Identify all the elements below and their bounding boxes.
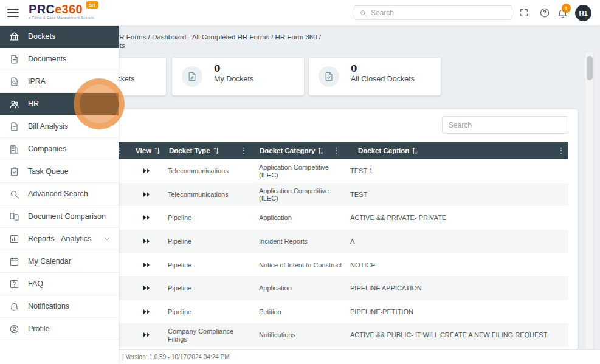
sidebar-item-notifications[interactable]: Notifications bbox=[0, 295, 119, 318]
help-icon bbox=[539, 7, 550, 18]
docket-type-cell: Pipeline bbox=[168, 308, 254, 316]
help-button[interactable] bbox=[539, 7, 550, 18]
view-docket-button[interactable] bbox=[139, 212, 154, 223]
vertical-scrollbar[interactable] bbox=[585, 52, 594, 349]
notification-count-badge: 1 bbox=[562, 4, 571, 13]
docket-caption-cell: PIPELINE-PETITION bbox=[350, 308, 567, 316]
sidebar-item-reports-analytics[interactable]: Reports - Analytics bbox=[0, 228, 119, 250]
view-docket-button[interactable] bbox=[139, 259, 154, 270]
global-search[interactable] bbox=[354, 5, 512, 20]
docket-type-cell: Telecommunications bbox=[168, 167, 254, 175]
card-all-closed-dockets[interactable]: 0 All Closed Dockets bbox=[309, 58, 441, 95]
docket-category-cell: Application bbox=[259, 284, 345, 292]
sidebar-item-label: Notifications bbox=[28, 302, 69, 311]
column-header-view[interactable]: View bbox=[136, 142, 160, 159]
ipra-icon bbox=[9, 77, 19, 87]
sidebar-item-label: Profile bbox=[28, 325, 49, 333]
fullscreen-button[interactable] bbox=[519, 8, 529, 18]
docket-category-cell: Notice of Intent to Construct bbox=[259, 261, 345, 269]
column-header-docket-type[interactable]: Docket Type bbox=[169, 142, 219, 159]
docket-caption-cell: NOTICE bbox=[350, 261, 567, 269]
fast-forward-icon bbox=[143, 238, 150, 244]
sidebar-item-advanced-search[interactable]: Advanced Search bbox=[0, 183, 119, 205]
sidebar-item-dockets[interactable]: Dockets bbox=[0, 26, 119, 48]
docket-caption-cell: A bbox=[350, 238, 567, 246]
view-docket-button[interactable] bbox=[139, 236, 154, 247]
sidebar-item-hr[interactable]: HR bbox=[0, 93, 119, 115]
sidebar-item-label: My Calendar bbox=[28, 257, 71, 266]
my-dockets-icon bbox=[182, 66, 202, 87]
fast-forward-icon bbox=[143, 191, 150, 197]
sort-icon bbox=[412, 147, 418, 154]
task-queue-icon bbox=[9, 167, 19, 177]
user-avatar[interactable]: H1 bbox=[575, 5, 591, 21]
column-header-docket-category[interactable]: Docket Category bbox=[260, 142, 323, 159]
table-search[interactable] bbox=[442, 116, 568, 134]
chevron-down-icon bbox=[103, 235, 111, 243]
docket-type-cell: Telecommunications bbox=[168, 191, 254, 199]
sort-icon bbox=[154, 147, 160, 154]
sidebar-item-label: Reports - Analytics bbox=[28, 235, 91, 243]
card-label: My Dockets bbox=[214, 75, 253, 83]
docket-caption-cell: PIPELINE APPICATION bbox=[350, 284, 567, 292]
sidebar-item-documents[interactable]: Documents bbox=[0, 48, 119, 70]
view-docket-button[interactable] bbox=[139, 283, 154, 294]
table-search-input[interactable] bbox=[449, 121, 562, 129]
column-label: Docket Type bbox=[169, 147, 210, 154]
sidebar-item-bill-analysis[interactable]: Bill Analysis bbox=[0, 115, 119, 138]
docket-type-cell: Pipeline bbox=[168, 284, 254, 292]
column-label: Docket Caption bbox=[358, 147, 409, 154]
notifications-icon bbox=[9, 301, 19, 312]
sidebar-item-companies[interactable]: Companies bbox=[0, 138, 119, 160]
profile-icon bbox=[9, 324, 19, 334]
docket-category-cell: Incident Reports bbox=[259, 238, 345, 246]
sort-icon bbox=[318, 147, 323, 154]
fast-forward-icon bbox=[143, 215, 150, 221]
dockets-icon bbox=[9, 32, 19, 42]
docket-caption-cell: TEST 1 bbox=[350, 167, 567, 175]
global-search-input[interactable] bbox=[371, 9, 507, 17]
docket-category-cell: Notifications bbox=[259, 331, 345, 339]
sidebar-item-my-calendar[interactable]: My Calendar bbox=[0, 250, 119, 273]
faq-icon bbox=[9, 279, 19, 289]
sidebar-item-faq[interactable]: FAQ bbox=[0, 273, 119, 295]
app-logo[interactable]: PRCe360 e-Filing & Case Management Syste… bbox=[29, 2, 94, 19]
column-menu-icon[interactable]: ⋮ bbox=[333, 142, 339, 159]
column-header-docket-caption[interactable]: Docket Caption bbox=[358, 142, 418, 159]
sort-icon bbox=[213, 147, 219, 154]
scrollbar-thumb[interactable] bbox=[587, 56, 593, 80]
column-menu-icon[interactable]: ⋮ bbox=[241, 142, 247, 159]
card-label: All Closed Dockets bbox=[351, 75, 415, 83]
docket-type-cell: Pipeline bbox=[168, 261, 254, 269]
docket-category-cell: Application Competitive (ILEC) bbox=[259, 163, 345, 179]
sidebar-item-label: HR bbox=[28, 100, 39, 108]
column-menu-icon[interactable]: ⋮ bbox=[558, 142, 564, 159]
fast-forward-icon bbox=[143, 285, 150, 291]
sidebar-item-label: IPRA bbox=[28, 77, 46, 86]
fast-forward-icon bbox=[143, 332, 150, 338]
view-docket-button[interactable] bbox=[139, 329, 154, 340]
sidebar-item-label: Documents bbox=[28, 55, 66, 63]
sidebar-item-profile[interactable]: Profile bbox=[0, 318, 119, 340]
view-docket-button[interactable] bbox=[139, 189, 154, 200]
sidebar-item-label: FAQ bbox=[28, 280, 43, 288]
column-label: View bbox=[136, 147, 151, 154]
sidebar-item-label: Companies bbox=[28, 145, 66, 153]
sidebar-item-task-queue[interactable]: Task Queue bbox=[0, 160, 119, 183]
brand-tagline: e-Filing & Case Management System bbox=[29, 16, 94, 19]
card-my-dockets[interactable]: 0 My Dockets bbox=[172, 58, 304, 95]
sidebar-item-document-comparison[interactable]: Document Comparison bbox=[0, 205, 119, 228]
environment-badge: SIT bbox=[86, 1, 98, 9]
fast-forward-icon bbox=[143, 262, 150, 268]
document-comparison-icon bbox=[9, 211, 19, 222]
view-docket-button[interactable] bbox=[139, 306, 154, 317]
menu-toggle-button[interactable] bbox=[7, 9, 19, 17]
breadcrumb[interactable]: HR Forms / Dashboard - All Completed HR … bbox=[114, 33, 321, 41]
sidebar-item-ipra[interactable]: IPRA bbox=[0, 70, 119, 93]
sidebar-item-label: Dockets bbox=[28, 32, 55, 41]
documents-icon bbox=[9, 54, 19, 64]
search-icon bbox=[359, 9, 367, 17]
docket-caption-cell: ACTIVE && PRIVATE- PRIVATE bbox=[350, 214, 567, 222]
sidebar-item-label: Bill Analysis bbox=[28, 122, 68, 131]
view-docket-button[interactable] bbox=[139, 165, 154, 176]
